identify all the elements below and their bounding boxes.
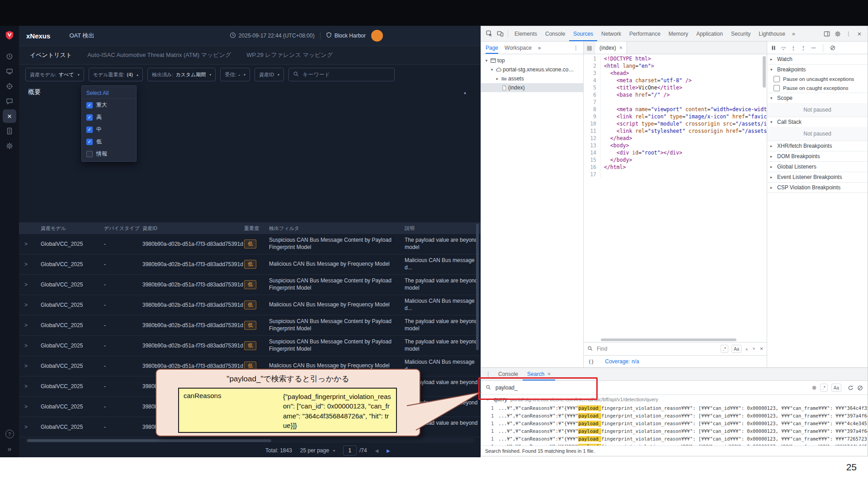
- close-search-tab-icon[interactable]: ×: [547, 371, 551, 377]
- navigator-more-tabs-icon[interactable]: »: [538, 45, 541, 51]
- severity-option-2[interactable]: ✓中: [82, 123, 136, 136]
- section-breakpoints[interactable]: ▾Breakpoints: [767, 65, 868, 75]
- device-toolbar-icon[interactable]: [495, 28, 505, 39]
- devtools-close-icon[interactable]: ×: [854, 28, 865, 39]
- devtools-kebab-icon[interactable]: ⋮: [843, 28, 854, 39]
- row-expand-icon[interactable]: >: [24, 383, 41, 389]
- section-scope[interactable]: ▾Scope: [767, 93, 868, 103]
- report-icon[interactable]: [3, 124, 16, 138]
- regex-toggle[interactable]: .*: [721, 345, 728, 353]
- collapse-overview-icon[interactable]: ▴: [464, 90, 472, 95]
- filter-asset-id[interactable]: 資産ID▾: [255, 68, 284, 81]
- row-expand-icon[interactable]: >: [24, 282, 41, 288]
- find-close-icon[interactable]: ×: [760, 346, 763, 352]
- navigator-tab-workspace[interactable]: Workspace: [505, 45, 532, 51]
- history-icon[interactable]: [3, 50, 16, 63]
- next-page-button[interactable]: ▶: [387, 448, 390, 453]
- line-number[interactable]: 2: [584, 62, 601, 70]
- section-call-stack[interactable]: ▾Call Stack: [767, 117, 868, 127]
- detections-icon[interactable]: ×: [3, 109, 16, 123]
- severity-option-0[interactable]: ✓重大: [82, 99, 136, 111]
- navigator-tab-page[interactable]: Page: [486, 42, 498, 54]
- inspect-element-icon[interactable]: [484, 28, 495, 39]
- section-watch[interactable]: ▸Watch: [767, 54, 868, 64]
- find-input[interactable]: [596, 345, 717, 352]
- devtools-tab-application[interactable]: Application: [692, 26, 727, 41]
- line-number[interactable]: 16: [584, 164, 601, 171]
- line-number[interactable]: 5: [584, 84, 601, 91]
- tree-item-1[interactable]: ▾portal-stg.xnexus.vicone.co…: [481, 65, 583, 74]
- checkbox-icon[interactable]: ✓: [86, 139, 93, 145]
- column-header[interactable]: 説明: [405, 225, 481, 231]
- coverage-link[interactable]: Coverage: n/a: [605, 358, 639, 365]
- line-number[interactable]: 6: [584, 91, 601, 99]
- search-result[interactable]: 1...¥",¥"canReasons¥":¥"{¥¥¥"payload_fin…: [481, 419, 868, 427]
- chat-icon[interactable]: [3, 94, 16, 108]
- search-result[interactable]: 1...¥",¥"canReasons¥":¥"{¥¥¥"payload_fin…: [481, 412, 868, 419]
- tree-item-2[interactable]: ▸assets: [481, 74, 583, 83]
- filter-detected[interactable]: 検出済み:カスタム期間▾: [147, 68, 216, 81]
- tree-item-0[interactable]: ▾top: [481, 56, 583, 65]
- deactivate-breakpoints-icon[interactable]: [830, 45, 835, 51]
- line-number[interactable]: 17: [584, 171, 601, 178]
- checkbox-pause-on-caught-exceptions[interactable]: Pause on caught exceptions: [767, 84, 868, 93]
- column-header[interactable]: 重要度: [244, 225, 269, 232]
- page-input[interactable]: 1: [343, 446, 357, 455]
- page-tab-1[interactable]: Auto-ISAC Automotive Threat Matrix (ATM)…: [87, 51, 231, 59]
- checkbox-pause-on-uncaught-exceptions[interactable]: Pause on uncaught exceptions: [767, 75, 868, 84]
- line-number[interactable]: 3: [584, 70, 601, 77]
- line-number[interactable]: 13: [584, 142, 601, 149]
- table-row[interactable]: > GlobalVCC_2025 - 3980b90a-d02b-d51a-f7…: [19, 315, 481, 336]
- editor-horizontal-scrollbar[interactable]: [584, 338, 767, 342]
- search-result[interactable]: 1...¥",¥"canReasons¥":¥"{¥¥¥"payload_fin…: [481, 442, 868, 446]
- filter-asset-model[interactable]: 資産モデル:すべて▾: [25, 68, 84, 81]
- clear-results-icon[interactable]: [857, 385, 863, 391]
- match-case-toggle[interactable]: Aa: [731, 345, 741, 353]
- severity-option-1[interactable]: ✓高: [82, 111, 136, 123]
- search-result[interactable]: 1...¥",¥"canReasons¥":¥"{¥¥¥"payload_fin…: [481, 435, 868, 442]
- checkbox-icon[interactable]: ✓: [86, 114, 93, 121]
- filter-model-severity[interactable]: モデル重要度:(4)▴: [89, 68, 143, 81]
- row-expand-icon[interactable]: >: [24, 322, 41, 328]
- devtools-tab-memory[interactable]: Memory: [665, 26, 692, 41]
- row-expand-icon[interactable]: >: [24, 241, 41, 247]
- more-tabs-icon[interactable]: »: [789, 31, 798, 37]
- section-dom-breakpoints[interactable]: ▸DOM Breakpoints: [767, 151, 868, 161]
- page-tab-0[interactable]: イベントリスト: [30, 51, 72, 59]
- line-number[interactable]: 14: [584, 149, 601, 156]
- row-expand-icon[interactable]: >: [24, 404, 41, 410]
- filter-received[interactable]: 受信:-▾: [220, 68, 250, 81]
- row-expand-icon[interactable]: >: [24, 261, 41, 267]
- devtools-tab-elements[interactable]: Elements: [510, 26, 541, 41]
- section-global-listeners[interactable]: ▸Global Listeners: [767, 162, 868, 172]
- per-page-select[interactable]: 25 per page▾: [300, 447, 335, 454]
- devtools-tab-performance[interactable]: Performance: [625, 26, 665, 41]
- section-event-listener-breakpoints[interactable]: ▸Event Listener Breakpoints: [767, 172, 868, 182]
- checkbox-icon[interactable]: ✓: [86, 102, 93, 108]
- table-row[interactable]: > GlobalVCC_2025 - 3980b90a-d02b-d51a-f7…: [19, 295, 481, 315]
- find-previous-icon[interactable]: ▲: [745, 347, 749, 351]
- refresh-search-icon[interactable]: [848, 385, 854, 391]
- editor-file-tab[interactable]: (index) ×: [595, 42, 627, 54]
- checkbox-icon[interactable]: ✓: [86, 127, 93, 133]
- line-number[interactable]: 9: [584, 113, 601, 120]
- pause-script-icon[interactable]: [771, 45, 776, 51]
- table-row[interactable]: > GlobalVCC_2025 - 3980b90a-d02b-d51a-f7…: [19, 336, 481, 356]
- table-vertical-scrollbar[interactable]: [476, 224, 479, 350]
- page-tab-2[interactable]: WP.29 レファレンス マッピング: [246, 51, 333, 59]
- devices-icon[interactable]: [3, 65, 16, 78]
- user-avatar[interactable]: [371, 30, 383, 42]
- navigator-kebab-icon[interactable]: ⋮: [573, 45, 579, 51]
- toggle-navigator-icon[interactable]: ▤: [584, 45, 595, 51]
- column-header[interactable]: 検出フィルタ: [269, 225, 405, 231]
- pretty-print-button[interactable]: {}: [588, 359, 594, 365]
- severity-option-3[interactable]: ✓低: [82, 136, 136, 148]
- keyword-input[interactable]: [302, 71, 382, 78]
- org-switcher[interactable]: Block Harbor: [326, 32, 366, 39]
- close-file-tab-icon[interactable]: ×: [619, 45, 623, 51]
- keyword-search-box[interactable]: [288, 68, 395, 81]
- table-row[interactable]: > GlobalVCC_2025 - 3980b90a-d02b-d51a-f7…: [19, 254, 481, 275]
- line-number[interactable]: 8: [584, 106, 601, 113]
- search-regex-toggle[interactable]: .*: [820, 384, 828, 392]
- section-csp-violation-breakpoints[interactable]: ▸CSP Violation Breakpoints: [767, 183, 868, 192]
